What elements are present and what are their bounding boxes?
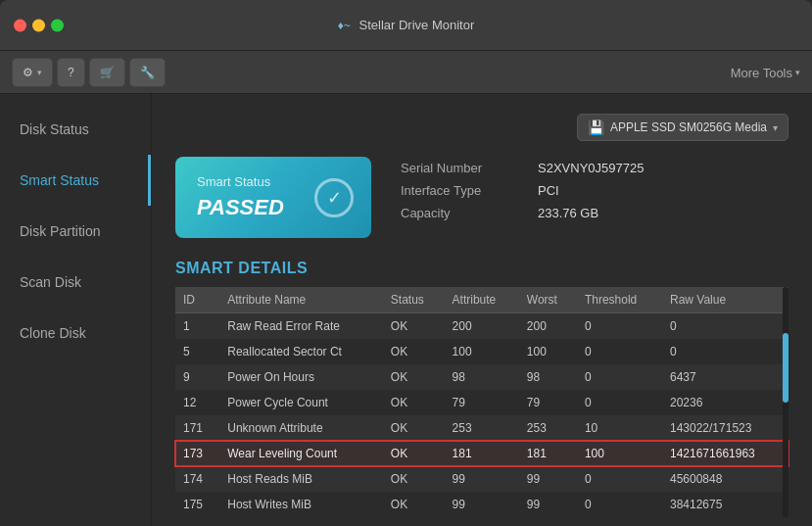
minimize-button[interactable] <box>32 19 45 31</box>
table-row[interactable]: 12Power Cycle CountOK7979020236 <box>175 390 788 415</box>
col-attribute: Attribute <box>445 287 519 313</box>
scrollbar-thumb[interactable] <box>783 333 788 403</box>
chevron-down-icon: ▾ <box>773 122 778 133</box>
title-icon: ♦~ <box>338 19 351 32</box>
window-title: ♦~ Stellar Drive Monitor <box>16 18 796 32</box>
col-threshold: Threshold <box>577 287 662 313</box>
settings-button[interactable]: ⚙ ▾ <box>12 58 53 87</box>
col-raw-value: Raw Value <box>662 287 788 313</box>
disk-selector-row: 💾 APPLE SSD SM0256G Media ▾ <box>175 114 788 141</box>
smart-status-card: Smart Status PASSED ✓ <box>175 157 371 238</box>
cart-icon: 🛒 <box>100 66 115 79</box>
wrench-button[interactable]: 🔧 <box>129 58 166 87</box>
smart-details-title: SMART DETAILS <box>175 260 788 277</box>
smart-table: ID Attribute Name Status Attribute Worst… <box>175 287 788 517</box>
more-tools-arrow-icon: ▾ <box>795 68 800 77</box>
table-row[interactable]: 9Power On HoursOK989806437 <box>175 364 788 390</box>
table-row[interactable]: 175Host Writes MiBOK9999038412675 <box>175 492 788 517</box>
traffic-lights <box>14 19 64 31</box>
more-tools-button[interactable]: More Tools ▾ <box>731 65 800 79</box>
titlebar: ♦~ Stellar Drive Monitor <box>0 0 812 51</box>
interface-type-label: Interface Type <box>401 183 518 198</box>
help-icon: ? <box>68 66 74 79</box>
sidebar-item-smart-status[interactable]: Smart Status <box>0 155 151 206</box>
table-row[interactable]: 1Raw Read Error RateOK20020000 <box>175 313 788 340</box>
sidebar-item-disk-partition[interactable]: Disk Partition <box>0 206 151 257</box>
close-button[interactable] <box>14 19 26 31</box>
table-row[interactable]: 171Unknown AttributeOK25325310143022/171… <box>175 415 788 441</box>
sidebar-item-disk-status[interactable]: Disk Status <box>0 104 151 155</box>
serial-number-row: Serial Number S2XVNY0J597725 <box>401 161 644 175</box>
disk-drive-icon: 💾 <box>588 120 604 135</box>
table-body: 1Raw Read Error RateOK200200005Reallocat… <box>175 313 788 518</box>
settings-arrow: ▾ <box>37 68 42 77</box>
toolbar: ⚙ ▾ ? 🛒 🔧 More Tools ▾ <box>0 51 812 94</box>
sidebar: Disk Status Smart Status Disk Partition … <box>0 94 152 526</box>
help-button[interactable]: ? <box>57 58 85 87</box>
col-status: Status <box>383 287 445 313</box>
col-worst: Worst <box>519 287 577 313</box>
table-row[interactable]: 173Wear Leveling CountOK1811811001421671… <box>175 441 788 466</box>
wrench-icon: 🔧 <box>140 66 155 79</box>
table-header: ID Attribute Name Status Attribute Worst… <box>175 287 788 313</box>
smart-table-container: ID Attribute Name Status Attribute Worst… <box>175 287 788 517</box>
col-attribute-name: Attribute Name <box>219 287 383 313</box>
sidebar-item-clone-disk[interactable]: Clone Disk <box>0 308 151 359</box>
status-row: Smart Status PASSED ✓ Serial Number S2XV… <box>175 157 788 238</box>
capacity-value: 233.76 GB <box>538 206 598 220</box>
table-row[interactable]: 174Host Reads MiBOK9999045600848 <box>175 466 788 492</box>
check-icon: ✓ <box>314 178 354 217</box>
table-header-row: ID Attribute Name Status Attribute Worst… <box>175 287 788 313</box>
scrollbar-track[interactable] <box>783 287 788 517</box>
interface-type-value: PCI <box>538 183 559 198</box>
content-area: 💾 APPLE SSD SM0256G Media ▾ Smart Status… <box>152 94 812 526</box>
disk-selector[interactable]: 💾 APPLE SSD SM0256G Media ▾ <box>577 114 788 141</box>
table-row[interactable]: 5Reallocated Sector CtOK10010000 <box>175 339 788 364</box>
main-layout: Disk Status Smart Status Disk Partition … <box>0 94 812 526</box>
capacity-row: Capacity 233.76 GB <box>401 206 644 220</box>
col-id: ID <box>175 287 219 313</box>
maximize-button[interactable] <box>51 19 64 31</box>
sidebar-item-scan-disk[interactable]: Scan Disk <box>0 257 151 308</box>
capacity-label: Capacity <box>401 206 518 220</box>
cart-button[interactable]: 🛒 <box>89 58 125 87</box>
serial-number-value: S2XVNY0J597725 <box>538 161 644 175</box>
interface-type-row: Interface Type PCI <box>401 183 644 198</box>
gear-icon: ⚙ <box>23 66 33 79</box>
disk-info: Serial Number S2XVNY0J597725 Interface T… <box>401 157 644 220</box>
serial-number-label: Serial Number <box>401 161 518 175</box>
